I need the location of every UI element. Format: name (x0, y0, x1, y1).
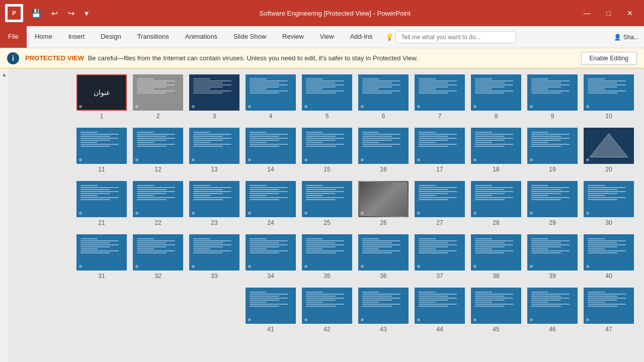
maximize-button[interactable]: □ (601, 6, 617, 20)
list-item[interactable]: 35 (302, 234, 352, 280)
list-item[interactable]: 41 (246, 288, 296, 333)
slide-number-label: 23 (211, 219, 217, 226)
list-item[interactable]: 30 (584, 181, 634, 226)
slide-number-label: 41 (267, 326, 274, 333)
list-item[interactable]: 34 (246, 234, 296, 280)
list-item[interactable]: 11 (76, 128, 127, 173)
save-button[interactable]: 💾 (27, 7, 45, 20)
slides-grid: 1098765432عنوان1201918171615141312113029… (19, 74, 634, 333)
tab-insert[interactable]: Insert (60, 26, 93, 48)
list-item[interactable]: 6 (358, 74, 409, 120)
search-input[interactable] (395, 31, 516, 43)
scroll-up-arrow[interactable]: ▲ (1, 70, 9, 79)
slide-number-label: 32 (154, 273, 161, 280)
list-item[interactable]: 3 (189, 74, 239, 120)
close-button[interactable]: ✕ (621, 6, 639, 20)
slide-number-label: 38 (493, 273, 499, 280)
list-item[interactable]: 37 (415, 234, 465, 280)
list-item[interactable]: 4 (246, 74, 296, 120)
tab-review[interactable]: Review (274, 26, 312, 48)
list-item[interactable]: 43 (358, 288, 409, 333)
user-account[interactable]: 👤 Sha... (609, 26, 644, 48)
list-item[interactable]: 16 (358, 128, 409, 173)
list-item[interactable]: 15 (302, 128, 352, 173)
slide-number-label: 2 (156, 113, 160, 120)
redo-button[interactable]: ↪ (64, 7, 78, 20)
list-item[interactable]: 24 (246, 181, 296, 226)
list-item[interactable]: 26 (358, 181, 409, 226)
list-item[interactable]: 2 (133, 74, 183, 120)
list-item[interactable]: 45 (471, 288, 521, 333)
list-item[interactable]: 36 (358, 234, 409, 280)
slide-number-label: 40 (605, 273, 612, 280)
slide-number-label: 42 (324, 326, 330, 333)
slide-number-label: 25 (324, 219, 330, 226)
list-item[interactable]: 47 (584, 288, 634, 333)
tab-addins[interactable]: Add-Ins (342, 26, 381, 48)
tab-transitions[interactable]: Transitions (129, 26, 177, 48)
slide-number-label: 8 (495, 113, 498, 120)
slide-number-label: 6 (382, 113, 385, 120)
main-area: ▲ 1098765432عنوان12019181716151413121130… (0, 68, 644, 362)
list-item[interactable]: 31 (76, 234, 127, 280)
slide-number-label: 16 (380, 166, 386, 173)
list-item[interactable]: 27 (415, 181, 465, 226)
app-logo: P (5, 4, 23, 22)
tab-slideshow[interactable]: Slide Show (225, 26, 274, 48)
list-item[interactable]: 44 (415, 288, 465, 333)
tab-file[interactable]: File (0, 26, 27, 48)
slide-number-label: 35 (324, 273, 330, 280)
slide-number-label: 45 (493, 326, 499, 333)
list-item[interactable]: 42 (302, 288, 352, 333)
list-item[interactable]: 17 (415, 128, 465, 173)
slides-row: 1098765432عنوان1 (19, 74, 634, 120)
list-item[interactable]: 5 (302, 74, 352, 120)
slide-number-label: 26 (380, 219, 386, 226)
protected-view-bar: i PROTECTED VIEW Be careful—files from t… (0, 48, 644, 68)
logo-inner: P (8, 7, 21, 20)
list-item[interactable]: 38 (471, 234, 521, 280)
window-title: Software Engineering [Protected View] - … (93, 10, 578, 17)
enable-editing-button[interactable]: Enable Editing (581, 52, 637, 65)
list-item[interactable]: 21 (76, 181, 127, 226)
slide-number-label: 13 (211, 166, 217, 173)
protected-view-message: PROTECTED VIEW Be careful—files from the… (25, 54, 418, 62)
tab-view[interactable]: View (312, 26, 342, 48)
list-item[interactable]: 14 (246, 128, 296, 173)
list-item[interactable]: عنوان1 (76, 74, 127, 120)
tab-home[interactable]: Home (27, 26, 60, 48)
list-item[interactable]: 28 (471, 181, 521, 226)
list-item[interactable]: 9 (527, 74, 578, 120)
list-item[interactable]: 22 (133, 181, 183, 226)
slide-number-label: 28 (493, 219, 499, 226)
undo-button[interactable]: ↩ (47, 7, 62, 20)
slide-number-label: 5 (326, 113, 329, 120)
list-item[interactable]: 19 (527, 128, 578, 173)
list-item[interactable]: 8 (471, 74, 521, 120)
slide-number-label: 22 (154, 219, 161, 226)
list-item[interactable]: 10 (584, 74, 634, 120)
user-label: Sha... (623, 34, 639, 41)
minimize-button[interactable]: — (578, 6, 597, 20)
list-item[interactable]: 18 (471, 128, 521, 173)
list-item[interactable]: 39 (527, 234, 578, 280)
list-item[interactable]: 25 (302, 181, 352, 226)
list-item[interactable]: 33 (189, 234, 239, 280)
slide-number-label: 31 (98, 273, 105, 280)
list-item[interactable]: 12 (133, 128, 183, 173)
slide-number-label: 34 (267, 273, 274, 280)
list-item[interactable]: 13 (189, 128, 239, 173)
list-item[interactable]: 7 (415, 74, 465, 120)
list-item[interactable]: 23 (189, 181, 239, 226)
customize-quick-access-button[interactable]: ▾ (80, 7, 93, 20)
user-icon: 👤 (614, 34, 621, 41)
list-item[interactable]: 29 (527, 181, 578, 226)
slide-number-label: 11 (98, 166, 105, 173)
list-item[interactable]: 32 (133, 234, 183, 280)
slide-number-label: 7 (438, 113, 442, 120)
list-item[interactable]: 46 (527, 288, 578, 333)
list-item[interactable]: 20 (584, 128, 634, 173)
tab-design[interactable]: Design (93, 26, 129, 48)
tab-animations[interactable]: Animations (177, 26, 225, 48)
list-item[interactable]: 40 (584, 234, 634, 280)
